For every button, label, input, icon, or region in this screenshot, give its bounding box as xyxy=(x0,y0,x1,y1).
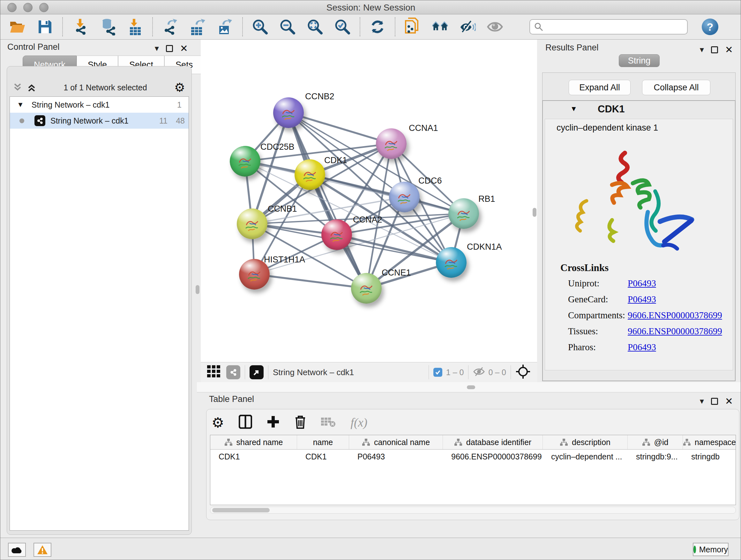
crosslink-link[interactable]: P06493 xyxy=(628,294,656,305)
column-header-name[interactable]: name xyxy=(297,435,349,449)
bar-separator xyxy=(245,365,245,379)
search-input[interactable] xyxy=(543,22,677,32)
table-options-gear-icon[interactable]: ⚙ xyxy=(212,415,224,431)
node-label-HIST1H1A: HIST1H1A xyxy=(264,255,305,265)
import-network-file-icon[interactable] xyxy=(72,18,88,35)
column-header-canonical-name[interactable]: canonical name xyxy=(349,435,443,449)
gene-collapse-icon[interactable]: ▼ xyxy=(570,105,577,113)
horizontal-splitter[interactable] xyxy=(197,382,741,392)
bar-separator xyxy=(268,365,268,379)
zoom-out-icon[interactable] xyxy=(279,18,296,35)
export-table-icon[interactable] xyxy=(189,18,206,35)
crosslink-link[interactable]: P06493 xyxy=(628,342,656,353)
collapse-all-icon[interactable] xyxy=(13,83,22,92)
show-all-icon[interactable] xyxy=(487,18,503,35)
search-box[interactable] xyxy=(529,19,688,35)
memory-button[interactable]: Memory xyxy=(693,543,729,556)
network-edge-CCNE1-HIST1H1A[interactable] xyxy=(254,274,366,288)
bar-separator xyxy=(428,365,429,379)
delete-column-icon[interactable] xyxy=(294,415,307,430)
zoom-in-icon[interactable] xyxy=(252,18,268,35)
table-cell: CDK1 xyxy=(297,449,349,463)
string-view-icon[interactable] xyxy=(226,365,240,379)
column-header-shared-name[interactable]: shared name xyxy=(210,435,297,449)
column-header-namespace[interactable]: namespace xyxy=(683,435,736,449)
status-bar: Memory xyxy=(0,538,741,560)
birdseye-grid-icon[interactable] xyxy=(207,365,221,379)
main-toolbar: ? xyxy=(0,14,741,40)
network-node-RB1[interactable] xyxy=(448,198,479,229)
export-image-icon[interactable] xyxy=(217,18,233,35)
crosslink-link[interactable]: P06493 xyxy=(628,278,656,289)
node-label-CCNB1: CCNB1 xyxy=(268,204,297,214)
export-network-icon[interactable] xyxy=(162,18,179,35)
add-column-icon[interactable] xyxy=(267,415,280,429)
scrollbar-thumb[interactable] xyxy=(212,508,270,512)
network-row[interactable]: String Network – cdk1 11 48 xyxy=(10,113,189,129)
table-row[interactable]: CDK1CDK1P064939606.ENSP00000378699cyclin… xyxy=(210,449,736,463)
import-network-database-icon[interactable] xyxy=(99,18,116,35)
left-divider-handle[interactable] xyxy=(196,285,199,294)
panel-menu-icon[interactable]: ▾ xyxy=(700,396,704,406)
right-divider-handle[interactable] xyxy=(533,208,536,217)
network-node-CDC6[interactable] xyxy=(389,182,420,212)
network-node-CCNA1[interactable] xyxy=(376,128,407,159)
network-collection-row[interactable]: ▼ String Network – cdk1 1 xyxy=(10,97,189,113)
network-node-CDKN1A[interactable] xyxy=(436,247,467,278)
collection-count: 1 xyxy=(177,100,182,110)
crosslink-link[interactable]: 9606.ENSP00000378699 xyxy=(628,310,722,320)
float-panel-icon[interactable] xyxy=(711,46,718,53)
expand-all-icon[interactable] xyxy=(27,83,37,92)
fit-selected-crosshair-icon[interactable] xyxy=(515,364,531,381)
open-in-browser-icon[interactable] xyxy=(250,365,264,379)
close-panel-icon[interactable]: ✕ xyxy=(725,44,733,55)
column-header-description[interactable]: description xyxy=(543,435,628,449)
save-session-icon[interactable] xyxy=(37,18,53,35)
table-horizontal-scrollbar[interactable] xyxy=(210,507,736,514)
refresh-view-icon[interactable] xyxy=(369,18,386,35)
collapse-all-button[interactable]: Collapse All xyxy=(642,80,711,95)
float-panel-icon[interactable] xyxy=(711,398,718,405)
float-panel-icon[interactable] xyxy=(166,45,173,52)
gene-header-row[interactable]: ▼ CDK1 xyxy=(543,101,735,118)
warning-status-button[interactable] xyxy=(33,543,51,557)
hidden-eye-icon xyxy=(473,367,485,378)
close-panel-icon[interactable]: ✕ xyxy=(725,395,733,407)
panel-menu-icon[interactable]: ▾ xyxy=(700,45,704,55)
horizontal-divider-handle[interactable] xyxy=(467,385,475,389)
network-node-CCNB2[interactable] xyxy=(273,98,304,128)
control-panel: Control Panel ▾ ✕ Network Style Select S… xyxy=(0,40,197,538)
zoom-fit-icon[interactable] xyxy=(307,18,323,35)
import-table-icon[interactable] xyxy=(127,18,143,35)
network-node-CCNB1[interactable] xyxy=(237,208,267,239)
gene-details-box: ▼ CDK1 cyclin–dependent kinase 1 xyxy=(542,100,736,381)
help-button[interactable]: ? xyxy=(702,18,718,35)
zoom-selected-icon[interactable] xyxy=(334,18,351,35)
current-network-name: String Network – cdk1 xyxy=(273,368,354,377)
open-session-icon[interactable] xyxy=(9,18,26,35)
crosslink-link[interactable]: 9606.ENSP00000378699 xyxy=(628,326,722,336)
tab-string[interactable]: String xyxy=(619,54,660,67)
selected-checkbox-icon[interactable] xyxy=(433,368,442,377)
network-node-CCNA2[interactable] xyxy=(321,219,352,250)
column-header-database-identifier[interactable]: database identifier xyxy=(443,435,543,449)
gene-description: cyclin–dependent kinase 1 xyxy=(556,123,658,133)
cytoscape-window: Session: New Session xyxy=(0,0,741,560)
cloud-status-button[interactable] xyxy=(8,543,26,557)
first-neighbors-icon[interactable] xyxy=(432,18,448,35)
collection-expand-icon[interactable]: ▼ xyxy=(17,101,24,109)
network-file-icon[interactable] xyxy=(404,18,421,35)
panel-menu-icon[interactable]: ▾ xyxy=(155,44,159,53)
network-view-toolbar: String Network – cdk1 1 – 0 0 – 0 xyxy=(201,362,537,382)
close-panel-icon[interactable]: ✕ xyxy=(180,43,188,54)
network-node-CCNE1[interactable] xyxy=(351,273,382,304)
expand-all-button[interactable]: Expand All xyxy=(569,80,630,95)
network-canvas[interactable]: CCNB2 CCNA1 CDC25B CDK1 CDC6 xyxy=(201,40,537,362)
network-node-CDK1[interactable] xyxy=(294,159,325,190)
crosslink-row: GeneCard:P06493 xyxy=(568,294,728,305)
column-header--id[interactable]: @id xyxy=(628,435,683,449)
network-node-CDC25B[interactable] xyxy=(230,146,260,177)
hide-selected-icon[interactable] xyxy=(459,18,476,35)
network-options-gear-icon[interactable]: ⚙ xyxy=(174,80,185,95)
show-columns-icon[interactable] xyxy=(239,415,252,430)
